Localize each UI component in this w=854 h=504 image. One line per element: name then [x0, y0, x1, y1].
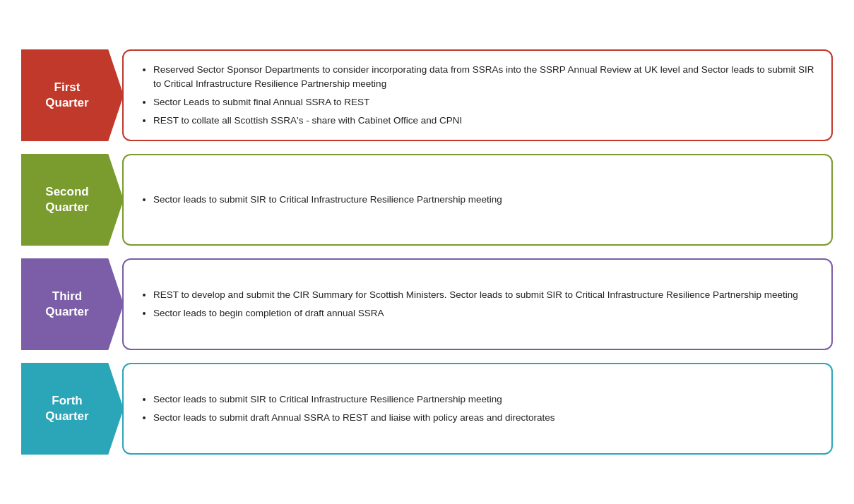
quarter-row-q3: Third QuarterREST to develop and submit … [21, 258, 833, 350]
quarter-content-q4: Sector leads to submit SIR to Critical I… [122, 363, 833, 455]
quarter-content-q3: REST to develop and submit the CIR Summa… [122, 258, 833, 350]
quarter-item-q2-0: Sector leads to submit SIR to Critical I… [153, 193, 502, 207]
quarter-item-q3-1: Sector leads to begin completion of draf… [153, 306, 798, 320]
quarter-list-q2: Sector leads to submit SIR to Critical I… [141, 193, 502, 207]
quarter-label-q1: First Quarter [21, 49, 124, 141]
quarter-row-q2: Second QuarterSector leads to submit SIR… [21, 154, 833, 246]
quarter-label-q2: Second Quarter [21, 154, 124, 246]
quarter-list-q4: Sector leads to submit SIR to Critical I… [141, 392, 555, 426]
quarter-item-q1-0: Reserved Sector Sponsor Departments to c… [153, 63, 817, 92]
quarter-item-q1-2: REST to collate all Scottish SSRA's - sh… [153, 114, 817, 128]
quarter-list-q3: REST to develop and submit the CIR Summa… [141, 288, 798, 321]
quarter-item-q4-0: Sector leads to submit SIR to Critical I… [153, 392, 555, 407]
quarter-row-q1: First QuarterReserved Sector Sponsor Dep… [21, 49, 833, 141]
quarter-item-q4-1: Sector leads to submit draft Annual SSRA… [153, 411, 555, 425]
quarter-item-q1-1: Sector Leads to submit final Annual SSRA… [153, 95, 817, 109]
quarter-row-q4: Forth QuarterSector leads to submit SIR … [21, 363, 833, 455]
quarter-content-q1: Reserved Sector Sponsor Departments to c… [122, 49, 833, 141]
quarter-label-q3: Third Quarter [21, 258, 124, 350]
quarter-content-q2: Sector leads to submit SIR to Critical I… [122, 154, 833, 246]
quarter-list-q1: Reserved Sector Sponsor Departments to c… [141, 63, 817, 128]
quarter-item-q3-0: REST to develop and submit the CIR Summa… [153, 288, 798, 302]
quarter-label-q4: Forth Quarter [21, 363, 124, 455]
quarters-container: First QuarterReserved Sector Sponsor Dep… [21, 49, 833, 455]
